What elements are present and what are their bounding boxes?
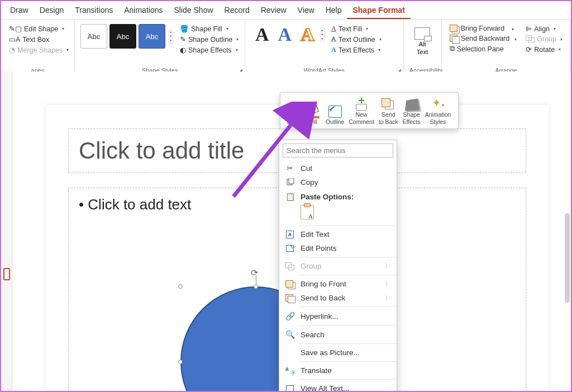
vertical-scrollbar[interactable] bbox=[565, 213, 570, 303]
mini-animation-styles-button[interactable]: ✦AnimationStyles bbox=[423, 95, 453, 126]
tab-transitions[interactable]: Transitions bbox=[69, 3, 118, 19]
slide-thumbnail-panel[interactable] bbox=[1, 71, 12, 391]
submenu-chevron-icon: 〉 bbox=[385, 280, 391, 288]
shape-outline-button[interactable]: ✎Shape Outline bbox=[178, 35, 241, 44]
submenu-chevron-icon: 〉 bbox=[385, 262, 391, 270]
group-button: Group bbox=[523, 35, 565, 44]
wordart-style-3[interactable]: A bbox=[296, 24, 319, 45]
tab-review[interactable]: Review bbox=[255, 3, 292, 19]
edit-shape-button[interactable]: ✎▢Edit Shape bbox=[7, 24, 71, 34]
bring-forward-button[interactable]: Bring Forward bbox=[447, 24, 519, 33]
bring-to-front-icon bbox=[285, 280, 295, 288]
menu-search-input[interactable] bbox=[283, 144, 393, 157]
svg-rect-1 bbox=[289, 178, 294, 184]
tab-design[interactable]: Design bbox=[34, 3, 70, 19]
text-outline-button[interactable]: AText Outline bbox=[329, 35, 384, 44]
rotation-handle-icon[interactable]: ⟳ bbox=[251, 267, 258, 278]
style-icon bbox=[285, 106, 301, 118]
animation-icon: ✦ bbox=[432, 98, 444, 111]
ctx-search[interactable]: 🔍Search bbox=[279, 327, 397, 342]
text-fill-icon: A bbox=[331, 25, 336, 33]
ctx-send-to-back[interactable]: Send to Back〉 bbox=[279, 291, 397, 305]
ctx-save-as-picture[interactable]: Save as Picture... bbox=[279, 346, 397, 360]
edit-text-icon: A bbox=[285, 231, 295, 238]
ctx-group: Group〉 bbox=[279, 259, 397, 273]
text-outline-icon: A bbox=[331, 35, 336, 44]
shape-style-preset-2[interactable]: Abc bbox=[109, 24, 136, 49]
send-backward-button[interactable]: Send Backward bbox=[447, 34, 519, 43]
translate-icon bbox=[285, 367, 295, 375]
group-icon bbox=[526, 35, 535, 43]
tab-help[interactable]: Help bbox=[320, 3, 347, 19]
mini-style-button[interactable]: Style bbox=[284, 95, 303, 126]
text-box-icon: ▭A bbox=[9, 35, 20, 44]
search-icon: 🔍 bbox=[285, 330, 295, 339]
fill-icon bbox=[307, 106, 320, 118]
tab-shape-format[interactable]: Shape Format bbox=[347, 3, 410, 19]
tab-view[interactable]: View bbox=[292, 3, 320, 19]
selection-pane-icon: ⧉ bbox=[450, 45, 455, 53]
ctx-bring-to-front[interactable]: Bring to Front〉 bbox=[279, 277, 397, 291]
ctx-paste-options-heading: 📋Paste Options: bbox=[279, 189, 397, 204]
ctx-hyperlink[interactable]: 🔗Hyperlink... bbox=[279, 309, 397, 323]
mini-shape-effects-button[interactable]: ShapeEffects bbox=[401, 95, 422, 126]
ribbon: ✎▢Edit Shape ▭AText Box ◔Merge Shapes ap… bbox=[1, 20, 571, 75]
align-button[interactable]: ⊫Align bbox=[523, 24, 565, 34]
shape-effects-icon bbox=[405, 98, 420, 111]
alt-text-icon bbox=[414, 27, 430, 40]
ctx-cut[interactable]: ✂Cut bbox=[279, 161, 397, 175]
paste-icon: 📋 bbox=[285, 192, 295, 201]
mini-fill-button[interactable]: Fill bbox=[304, 95, 323, 126]
text-effects-icon: A bbox=[331, 46, 336, 54]
mini-send-to-back-button[interactable]: Sendto Back bbox=[377, 95, 400, 126]
send-backward-icon bbox=[450, 35, 459, 42]
ctx-edit-points[interactable]: Edit Points bbox=[279, 241, 397, 255]
mini-toolbar: Style Fill Outline +NewComment Sendto Ba… bbox=[280, 92, 459, 129]
hyperlink-icon: 🔗 bbox=[285, 312, 295, 321]
wordart-style-2[interactable]: A bbox=[274, 24, 297, 45]
pen-outline-icon: ✎ bbox=[180, 35, 186, 44]
shape-effects-button[interactable]: ◐Shape Effects bbox=[178, 45, 241, 55]
new-comment-icon: + bbox=[356, 96, 367, 111]
shape-styles-gallery-dropdown[interactable]: ▴▾▾ bbox=[169, 29, 173, 44]
resize-handle[interactable] bbox=[178, 284, 183, 289]
merge-shapes-button: ◔Merge Shapes bbox=[7, 45, 71, 55]
ribbon-tabs: Draw Design Transitions Animations Slide… bbox=[1, 1, 571, 20]
text-fill-button[interactable]: AText Fill bbox=[329, 24, 384, 34]
tab-animations[interactable]: Animations bbox=[118, 3, 168, 19]
ctx-view-alt-text[interactable]: View Alt Text... bbox=[279, 381, 397, 392]
wordart-style-1[interactable]: A bbox=[251, 24, 274, 45]
copy-icon bbox=[285, 178, 295, 187]
ctx-translate[interactable]: Translate bbox=[279, 364, 397, 377]
tab-slideshow[interactable]: Slide Show bbox=[168, 3, 218, 19]
text-box-button[interactable]: ▭AText Box bbox=[7, 35, 71, 44]
ctx-copy[interactable]: Copy bbox=[279, 175, 397, 189]
paste-keep-formatting-button[interactable]: A bbox=[301, 205, 314, 219]
paint-bucket-icon: 🪣 bbox=[180, 25, 189, 33]
edit-shape-icon: ✎▢ bbox=[9, 25, 22, 33]
alt-text-button[interactable]: Alt Text bbox=[414, 24, 430, 55]
shape-style-preset-1[interactable]: Abc bbox=[80, 24, 107, 49]
selection-pane-button[interactable]: ⧉Selection Pane bbox=[447, 44, 519, 54]
resize-handle[interactable] bbox=[254, 284, 258, 289]
rotate-icon: ⟳ bbox=[526, 45, 532, 54]
mini-outline-button[interactable]: Outline bbox=[324, 95, 346, 126]
send-to-back-icon bbox=[285, 294, 295, 302]
cut-icon: ✂ bbox=[285, 164, 295, 173]
text-effects-button[interactable]: AText Effects bbox=[329, 45, 384, 55]
shape-fill-button[interactable]: 🪣Shape Fill bbox=[178, 24, 241, 34]
edit-points-icon bbox=[285, 245, 295, 252]
send-to-back-icon bbox=[382, 98, 395, 111]
wordart-gallery-dropdown[interactable]: ▴▾▾ bbox=[320, 27, 325, 42]
bring-forward-icon bbox=[450, 25, 459, 32]
ctx-edit-text[interactable]: AEdit Text bbox=[279, 227, 397, 241]
resize-handle[interactable] bbox=[178, 360, 183, 364]
alt-text-icon bbox=[285, 385, 295, 392]
shape-style-preset-3[interactable]: Abc bbox=[139, 24, 165, 49]
tab-draw[interactable]: Draw bbox=[4, 3, 34, 19]
tab-record[interactable]: Record bbox=[219, 3, 255, 19]
merge-shapes-icon: ◔ bbox=[9, 46, 15, 54]
rotate-button[interactable]: ⟳Rotate bbox=[523, 45, 565, 54]
mini-new-comment-button[interactable]: +NewComment bbox=[347, 95, 376, 126]
outline-icon bbox=[328, 106, 342, 118]
